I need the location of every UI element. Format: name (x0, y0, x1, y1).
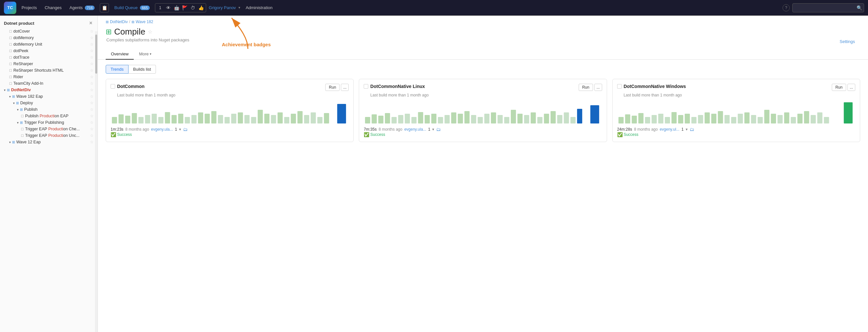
star-icon[interactable]: ☆ (90, 127, 94, 131)
flag-icon-btn[interactable]: 🚩 (181, 4, 188, 11)
star-icon[interactable]: ☆ (90, 101, 94, 105)
more-button[interactable]: ... (847, 84, 855, 91)
sidebar-item-dotmemory-unit[interactable]: ☐ dotMemory Unit ☆ (0, 41, 97, 47)
sidebar-item-dotpeek[interactable]: ☐ dotPeek ☆ (0, 47, 97, 54)
clock-icon-btn[interactable]: ⏱ (189, 4, 196, 11)
star-icon[interactable]: ☆ (90, 120, 94, 125)
run-button[interactable]: Run (325, 84, 340, 91)
sidebar-item-dotcover[interactable]: ☐ dotCover ☆ (0, 28, 97, 35)
eye-icon-btn[interactable]: 👁 (165, 4, 172, 11)
user-dropdown[interactable]: ▾ (239, 5, 240, 10)
tab-overview[interactable]: Overview (106, 49, 134, 60)
settings-button[interactable]: Settings (840, 39, 855, 44)
svg-rect-80 (698, 115, 703, 124)
star-icon[interactable]: ☆ (90, 35, 94, 40)
thumb-icon-btn[interactable]: 👍 (197, 4, 205, 11)
sidebar-item-trigger-eap-che[interactable]: ☐ Trigger EAP Production Che... ☆ (0, 126, 97, 132)
search-input[interactable] (792, 3, 864, 12)
nav-build-queue[interactable]: Build Queue 665 (112, 4, 152, 11)
svg-rect-97 (811, 115, 816, 124)
more-button[interactable]: ... (341, 84, 349, 91)
sidebar-item-publish[interactable]: ▾ ⊞ Publish ☆ (0, 106, 97, 113)
trends-toggle[interactable]: Trends (106, 65, 128, 74)
star-icon[interactable]: ☆ (90, 55, 94, 60)
card-footer: 1m:23s 8 months ago evgeny.ula... 1 ▾ 🗂 (111, 127, 349, 132)
star-icon[interactable]: ☆ (90, 81, 94, 86)
nav-projects[interactable]: Projects (19, 4, 39, 11)
sidebar-item-publish-prod-eap[interactable]: ☐ Publish Production EAP ☆ (0, 113, 97, 119)
nav-agents[interactable]: Agents 716 (67, 4, 97, 11)
sidebar-scrollbar-thumb[interactable] (95, 35, 97, 74)
svg-rect-5 (145, 115, 150, 124)
run-button[interactable]: Run (832, 84, 846, 91)
star-icon[interactable]: ☆ (90, 114, 94, 118)
star-icon[interactable]: ☆ (90, 94, 94, 99)
grid-icon: ⊞ (12, 140, 15, 144)
dropdown-icon[interactable]: ▾ (686, 127, 688, 132)
sidebar-item-wave12eap[interactable]: ▾ ⊞ Wave 12 Eap ☆ (0, 139, 97, 145)
breadcrumb-wave182[interactable]: Wave 182 (136, 20, 153, 24)
sidebar-item-resharper-shortcuts[interactable]: ☐ ReSharper Shortcuts HTML ☆ (0, 67, 97, 74)
star-icon[interactable]: ☆ (90, 88, 94, 92)
build-user[interactable]: evgeny.ul... (659, 127, 679, 132)
star-icon[interactable]: ☆ (90, 68, 94, 73)
card-subtitle: Last build more than 1 month ago (364, 93, 602, 97)
star-icon[interactable]: ☆ (90, 62, 94, 66)
sidebar-item-trigger-eap-unc[interactable]: ☐ Trigger EAP Production Unc... ☆ (0, 132, 97, 139)
svg-rect-81 (705, 112, 710, 124)
star-icon[interactable]: ☆ (90, 140, 94, 144)
svg-rect-60 (537, 117, 543, 124)
sidebar-item-dottrace[interactable]: ☐ dotTrace ☆ (0, 54, 97, 61)
nav-changes[interactable]: Changes (42, 4, 64, 11)
build-duration: 24m:28s (617, 127, 632, 132)
stack-icon: 🗂 (183, 127, 188, 132)
user-label[interactable]: Grigory Panov (209, 5, 236, 10)
star-icon[interactable]: ☆ (90, 42, 94, 46)
search-icon[interactable]: 🔍 (857, 5, 862, 10)
tab-more[interactable]: More ▾ (134, 49, 157, 60)
sidebar-item-trigger-for-publishing[interactable]: ▾ ⊞ Trigger For Publishing ☆ (0, 119, 97, 126)
svg-rect-54 (498, 115, 503, 124)
dropdown-icon[interactable]: ▾ (432, 127, 434, 132)
more-button[interactable]: ... (594, 84, 602, 91)
build-user[interactable]: evgeny.ula... (404, 127, 426, 132)
sidebar-item-teamcity[interactable]: ☐ TeamCity Add-In ☆ (0, 80, 97, 87)
star-icon[interactable]: ☆ (90, 133, 94, 138)
star-icon[interactable]: ☆ (90, 29, 94, 34)
queue-count-btn[interactable]: 1 (157, 4, 164, 11)
build-user[interactable]: evgeny.ula... (151, 127, 173, 132)
page-header: ⊞ Compile ☆ Compiles subplatforms into N… (98, 25, 868, 45)
favorite-star-icon[interactable]: ☆ (148, 29, 152, 35)
svg-rect-63 (557, 115, 562, 124)
nav-right-section: ? 🔍 (782, 3, 864, 12)
sidebar-scrollbar-track (95, 31, 97, 332)
sidebar-item-dotmemory[interactable]: ☐ dotMemory ☆ (0, 35, 97, 41)
help-button[interactable]: ? (782, 4, 790, 11)
robot-icon-btn[interactable]: 🤖 (173, 4, 180, 11)
sidebar-item-resharper[interactable]: ☐ ReSharper ☆ (0, 61, 97, 67)
run-button[interactable]: Run (579, 84, 593, 91)
star-icon[interactable]: ☆ (90, 107, 94, 112)
svg-rect-37 (385, 113, 390, 124)
star-icon[interactable]: ☆ (90, 75, 94, 79)
sidebar-item-wave182eap[interactable]: ▾ ⊞ Wave 182 Eap ☆ (0, 93, 97, 100)
svg-rect-0 (112, 117, 117, 124)
success-badge: ✅ Success (617, 132, 855, 137)
svg-rect-95 (797, 114, 802, 124)
dropdown-icon[interactable]: ▾ (179, 127, 181, 132)
clipboard-icon-btn[interactable]: 📋 (100, 3, 109, 12)
svg-rect-16 (218, 115, 223, 124)
svg-rect-23 (264, 114, 270, 124)
sidebar-item-deploy[interactable]: ▾ ⊞ Deploy ☆ (0, 100, 97, 106)
nav-administration[interactable]: Administration (243, 4, 275, 11)
card-checkbox[interactable] (617, 84, 622, 89)
card-checkbox[interactable] (364, 84, 368, 89)
star-icon[interactable]: ☆ (90, 48, 94, 53)
sidebar-item-dotnetdiv[interactable]: ▾ ⊞ DotNetDiv ☆ (0, 87, 97, 93)
card-checkbox[interactable] (111, 84, 115, 89)
builds-list-toggle[interactable]: Builds list (128, 65, 156, 74)
tc-logo[interactable]: TC (4, 2, 16, 14)
sidebar-item-rider[interactable]: ☐ Rider ☆ (0, 74, 97, 80)
sidebar-close-btn[interactable]: × (89, 20, 92, 26)
breadcrumb-dotnetdiv[interactable]: DotNetDiv (110, 20, 128, 24)
